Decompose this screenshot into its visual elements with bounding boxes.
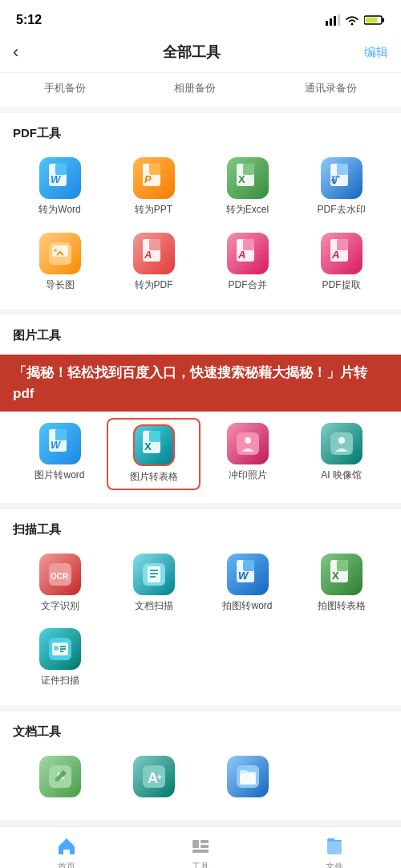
photo-to-table-label: 拍图转表格 <box>318 600 366 613</box>
to-ppt-icon: P <box>133 157 175 199</box>
ocr-icon: OCR <box>39 554 81 595</box>
tool-doc2[interactable]: A + <box>107 751 200 807</box>
nav-tools[interactable]: 工具 <box>189 835 212 868</box>
to-word-icon: W <box>39 157 81 199</box>
nav-home[interactable]: 首页 <box>55 835 78 868</box>
back-button[interactable]: ‹ <box>13 42 18 63</box>
doc-tools-grid: A + <box>13 751 388 807</box>
tool-img-to-table[interactable]: X 图片转表格 <box>107 418 200 490</box>
svg-text:OCR: OCR <box>51 572 69 581</box>
to-ppt-label: 转为PPT <box>135 204 172 217</box>
svg-point-39 <box>245 437 251 444</box>
banner-overlay[interactable]: 「揭秘！轻松找到百度入口，快速搜索秘藉大揭秘！」片转pdf <box>0 355 401 412</box>
pdf-merge-icon: A <box>227 233 269 274</box>
image-tools-section: 图片工具 「揭秘！轻松找到百度入口，快速搜索秘藉大揭秘！」片转pdf W 图片转… <box>0 315 401 503</box>
svg-rect-70 <box>192 850 209 853</box>
print-photo-label: 冲印照片 <box>229 469 267 482</box>
svg-rect-71 <box>327 842 342 854</box>
svg-text:+: + <box>157 773 162 781</box>
tool-long-img[interactable]: 导长图 <box>13 228 107 297</box>
pdf-extract-icon: A <box>321 233 363 274</box>
bottom-nav: 首页 工具 文件 <box>0 826 401 868</box>
to-excel-icon: X <box>227 157 269 199</box>
tool-pdf-merge[interactable]: A PDF合并 <box>200 228 294 297</box>
pdf-tools-section: PDF工具 W 转为Word P 转为PPT <box>0 113 401 309</box>
img-to-table-icon: X <box>133 424 175 466</box>
to-excel-label: 转为Excel <box>226 204 269 217</box>
img-to-word-icon: W <box>39 423 81 464</box>
tool-doc1[interactable] <box>13 751 107 807</box>
img-to-word-label: 图片转word <box>34 469 84 482</box>
tool-to-ppt[interactable]: P 转为PPT <box>107 152 200 221</box>
svg-text:A: A <box>144 249 152 261</box>
banner-text: 「揭秘！轻松找到百度入口，快速搜索秘藉大揭秘！」片转pdf <box>13 363 388 404</box>
nav-files[interactable]: 文件 <box>323 835 346 868</box>
pdf-tools-grid: W 转为Word P 转为PPT X <box>13 152 388 296</box>
svg-point-57 <box>54 646 59 651</box>
svg-rect-67 <box>192 840 199 848</box>
signal-icon <box>326 14 340 26</box>
doc1-icon <box>39 756 81 797</box>
pdf-watermark-label: PDF去水印 <box>318 204 366 217</box>
doc-scan-icon <box>133 554 175 595</box>
nav-home-label: 首页 <box>58 861 75 868</box>
tool-print-photo[interactable]: 冲印照片 <box>200 418 294 490</box>
tool-ocr[interactable]: OCR 文字识别 <box>13 549 107 618</box>
svg-text:W: W <box>51 439 62 451</box>
tool-to-pdf[interactable]: A 转为PDF <box>107 228 200 297</box>
scan-tools-grid: OCR 文字识别 文档扫描 <box>13 549 388 692</box>
top-tabs: 手机备份 相册备份 通讯录备份 <box>0 73 401 107</box>
pdf-extract-label: PDF提取 <box>322 279 361 292</box>
svg-text:P: P <box>144 173 152 185</box>
doc2-icon: A + <box>133 756 175 797</box>
tool-doc3[interactable] <box>200 751 294 807</box>
long-img-label: 导长图 <box>46 279 75 292</box>
svg-text:X: X <box>144 440 152 452</box>
image-tools-grid: W 图片转word X 图片转表格 <box>13 418 388 490</box>
home-icon <box>55 835 78 858</box>
svg-text:X: X <box>332 570 339 582</box>
edit-button[interactable]: 编辑 <box>364 45 388 60</box>
print-photo-icon <box>227 423 269 464</box>
tab-contacts-backup[interactable]: 通讯录备份 <box>305 81 357 95</box>
to-pdf-icon: A <box>133 233 175 274</box>
tool-img-to-word[interactable]: W 图片转word <box>13 418 107 490</box>
tools-icon <box>189 835 212 858</box>
tool-to-word[interactable]: W 转为Word <box>13 152 107 221</box>
nav-bar: ‹ 全部工具 编辑 <box>0 35 401 73</box>
svg-rect-2 <box>334 16 336 26</box>
id-scan-icon <box>39 628 81 670</box>
svg-point-22 <box>54 249 57 252</box>
pdf-watermark-icon: 矿 <box>321 157 363 199</box>
tab-phone-backup[interactable]: 手机备份 <box>44 81 86 95</box>
tool-id-scan[interactable]: 证件扫描 <box>13 623 107 692</box>
svg-text:W: W <box>238 570 249 582</box>
svg-point-41 <box>338 437 345 444</box>
svg-rect-3 <box>338 14 340 26</box>
svg-rect-69 <box>200 845 209 848</box>
svg-rect-7 <box>366 18 378 23</box>
to-word-label: 转为Word <box>38 204 80 217</box>
img-to-table-label: 图片转表格 <box>130 471 178 484</box>
nav-tools-label: 工具 <box>192 861 209 868</box>
doc-tools-section: 文档工具 A + <box>0 712 401 820</box>
pdf-tools-title: PDF工具 <box>13 126 388 141</box>
tool-pdf-extract[interactable]: A PDF提取 <box>294 228 388 297</box>
image-tools-title: 图片工具 <box>13 328 388 343</box>
files-icon <box>323 835 346 858</box>
photo-to-word-label: 拍图转word <box>222 600 272 613</box>
tab-album-backup[interactable]: 相册备份 <box>174 81 216 95</box>
status-time: 5:12 <box>16 13 42 27</box>
svg-rect-68 <box>200 840 209 843</box>
to-pdf-label: 转为PDF <box>135 279 173 292</box>
svg-text:A: A <box>237 249 245 261</box>
tool-ai-gallery[interactable]: AI 映像馆 <box>294 418 388 490</box>
tool-photo-to-table[interactable]: X 拍图转表格 <box>294 549 388 618</box>
tool-photo-to-word[interactable]: W 拍图转word <box>200 549 294 618</box>
tool-to-excel[interactable]: X 转为Excel <box>200 152 294 221</box>
pdf-merge-label: PDF合并 <box>229 279 267 292</box>
tool-doc-scan[interactable]: 文档扫描 <box>107 549 200 618</box>
svg-rect-45 <box>148 566 160 582</box>
svg-rect-0 <box>326 21 328 26</box>
tool-pdf-watermark[interactable]: 矿 PDF去水印 <box>294 152 388 221</box>
